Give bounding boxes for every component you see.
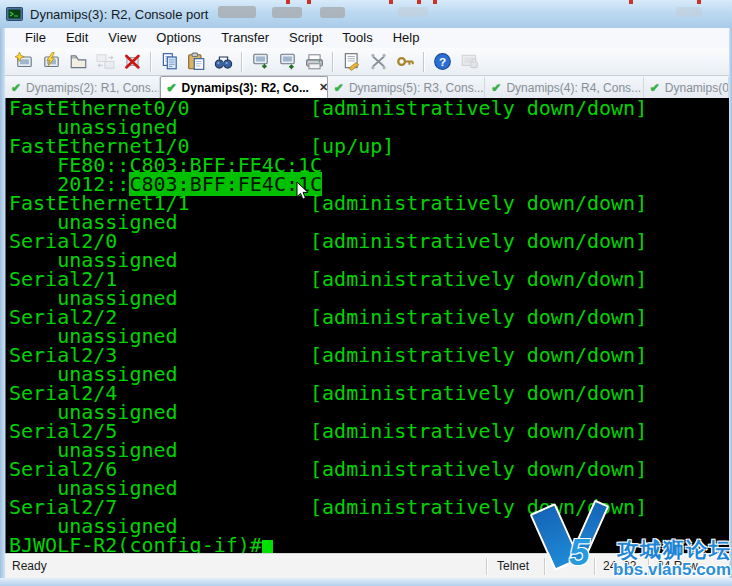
key-agent-icon[interactable]: [393, 50, 418, 74]
menu-item-script[interactable]: Script: [279, 28, 332, 48]
blurred-area: [320, 7, 345, 18]
toolbar: ?: [5, 48, 729, 76]
toolbar-separator: [332, 52, 334, 72]
disconnect-icon[interactable]: [120, 50, 145, 74]
terminal-cursor: [262, 540, 273, 553]
session-tab-2[interactable]: ✔Dynamips(3): R2, Co...✕: [160, 76, 328, 98]
blurred-area: [218, 6, 256, 18]
status-separator: [594, 558, 596, 575]
mouse-pointer-icon: [296, 182, 310, 202]
app-icon: [6, 7, 23, 22]
status-protocol: Telnet: [497, 559, 529, 573]
reconnect-icon: [93, 50, 118, 74]
menu-item-edit[interactable]: Edit: [56, 28, 98, 48]
tab-label: Dynamips(0: [665, 81, 729, 95]
menu-bar: FileEditViewOptionsTransferScriptToolsHe…: [5, 28, 729, 48]
blurred-area: [398, 7, 428, 17]
connected-check-icon: ✔: [334, 81, 344, 95]
connect-in-tab-icon[interactable]: [66, 50, 91, 74]
help-icon[interactable]: ?: [430, 50, 455, 74]
send-file-icon[interactable]: [248, 50, 273, 74]
tab-close-icon[interactable]: ✕: [319, 81, 328, 94]
session-options-icon[interactable]: [339, 50, 364, 74]
menu-item-transfer[interactable]: Transfer: [211, 28, 279, 48]
blurred-area: [272, 7, 302, 18]
quick-connect-icon[interactable]: [12, 50, 37, 74]
securecrt-window: Dynamips(3): R2, Console port FileEditVi…: [0, 0, 732, 586]
session-tab-1[interactable]: ✔Dynamips(2): R1, Cons...: [5, 77, 160, 98]
tab-label: Dynamips(2): R1, Cons...: [26, 81, 159, 95]
toolbar-separator: [423, 52, 425, 72]
toolbar-separator: [150, 52, 152, 72]
tab-label: Dynamips(5): R3, Cons...: [349, 81, 484, 95]
connected-check-icon: ✔: [491, 81, 501, 95]
find-icon[interactable]: [211, 50, 236, 74]
connected-check-icon: ✔: [650, 81, 660, 95]
copy-icon[interactable]: [157, 50, 182, 74]
status-ready: Ready: [12, 559, 47, 573]
menu-item-file[interactable]: File: [15, 28, 56, 48]
tab-label: Dynamips(3): R2, Co...: [182, 81, 309, 95]
keymap-icon[interactable]: [366, 50, 391, 74]
status-separator: [648, 558, 650, 575]
menu-item-options[interactable]: Options: [146, 28, 211, 48]
status-separator: [486, 558, 488, 575]
title-bar[interactable]: Dynamips(3): R2, Console port: [0, 0, 732, 28]
window-border-bottom: [0, 578, 732, 586]
tab-label: Dynamips(4): R4, Cons...: [506, 81, 641, 95]
connected-check-icon: ✔: [11, 81, 21, 95]
menu-item-view[interactable]: View: [98, 28, 146, 48]
status-screen-size: 24 Row: [657, 559, 698, 573]
locked-session-icon: [457, 50, 482, 74]
window-title: Dynamips(3): R2, Console port: [30, 7, 208, 22]
paste-icon[interactable]: [184, 50, 209, 74]
connect-icon[interactable]: [39, 50, 64, 74]
status-cursor-position: 24, 22: [603, 559, 636, 573]
session-tab-3[interactable]: ✔Dynamips(5): R3, Cons...: [328, 77, 485, 98]
window-border-left: [0, 28, 5, 578]
connected-check-icon: ✔: [167, 81, 177, 95]
print-icon[interactable]: [302, 50, 327, 74]
svg-text:?: ?: [439, 55, 446, 68]
toolbar-separator: [241, 52, 243, 72]
terminal[interactable]: FastEthernet0/0 [administratively down/d…: [5, 98, 729, 553]
menu-item-help[interactable]: Help: [383, 28, 430, 48]
session-tab-5[interactable]: ✔Dynamips(0: [644, 77, 729, 98]
terminal-line: BJWOLF-R2(config-if)#: [9, 536, 729, 553]
receive-file-icon[interactable]: [275, 50, 300, 74]
status-bar: Ready Telnet 24, 22 24 Row: [5, 553, 729, 579]
status-separator: [544, 558, 546, 575]
menu-item-tools[interactable]: Tools: [332, 28, 382, 48]
session-tab-4[interactable]: ✔Dynamips(4): R4, Cons...: [485, 77, 643, 98]
session-tab-bar: ✔Dynamips(2): R1, Cons...✔Dynamips(3): R…: [5, 76, 729, 98]
blurred-area: [676, 7, 702, 17]
